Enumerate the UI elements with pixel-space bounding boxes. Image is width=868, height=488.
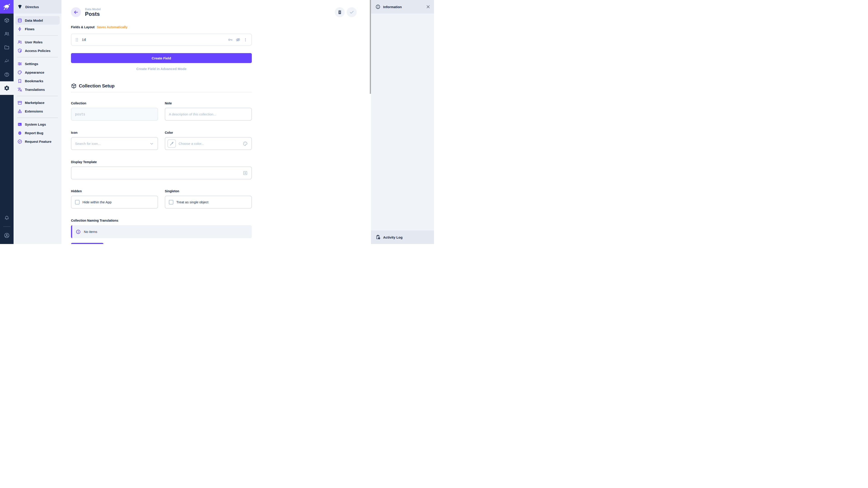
sidebar-item-appearance[interactable]: Appearance <box>16 68 60 76</box>
database-icon <box>17 18 22 23</box>
sidebar-item-report-bug[interactable]: Report Bug <box>16 129 60 137</box>
nav-divider <box>17 96 58 96</box>
delete-collection-button[interactable] <box>335 7 345 17</box>
sidebar-item-system-logs[interactable]: System Logs <box>16 120 60 129</box>
note-input[interactable] <box>169 112 248 116</box>
header-actions <box>335 7 357 17</box>
bolt-icon <box>17 27 22 31</box>
module-bar <box>0 0 13 244</box>
color-input[interactable] <box>179 142 240 145</box>
module-bar-spacer <box>0 95 13 211</box>
check-icon <box>349 9 354 15</box>
notifications-bell-icon[interactable] <box>0 211 13 225</box>
shapes-icon <box>17 109 22 113</box>
back-button[interactable] <box>71 7 81 17</box>
add-field-to-template-icon[interactable] <box>243 170 248 175</box>
kebab-menu-icon[interactable] <box>243 37 248 42</box>
box-icon <box>71 83 76 89</box>
shield-person-icon <box>17 48 22 53</box>
hidden-checkbox-label: Hide within the App <box>83 200 112 204</box>
collection-input[interactable] <box>75 112 154 116</box>
singleton-checkbox[interactable] <box>169 200 174 204</box>
right-sidebar: Information Activity Log <box>371 0 434 244</box>
sidebar-item-data-model[interactable]: Data Model <box>16 16 60 25</box>
collection-input-wrapper <box>71 108 158 121</box>
nav-divider <box>17 118 58 118</box>
vertical-scrollbar-thumb[interactable] <box>370 0 371 94</box>
icon-select[interactable] <box>71 137 158 150</box>
save-button[interactable] <box>347 7 357 17</box>
singleton-checkbox-wrapper: Treat as single object <box>165 196 252 208</box>
project-header[interactable]: Directus <box>13 0 61 13</box>
sidebar-item-label: Access Policies <box>25 49 51 53</box>
clipboard-clock-icon <box>375 235 380 240</box>
no-items-text: No items <box>84 230 97 234</box>
sidebar-item-translations[interactable]: Translations <box>16 85 60 94</box>
sidebar-item-user-roles[interactable]: User Roles <box>16 38 60 46</box>
no-items-notice: No items <box>71 225 252 238</box>
sidebar-item-label: User Roles <box>25 40 42 44</box>
hidden-checkbox-row[interactable]: Hide within the App <box>75 200 112 204</box>
sidebar-item-label: Appearance <box>25 70 44 74</box>
icon-search-input[interactable] <box>75 142 147 145</box>
display-template-text[interactable] <box>75 171 240 175</box>
chevron-down-icon[interactable] <box>149 141 154 146</box>
information-header[interactable]: Information <box>371 0 434 13</box>
fields-layout-heading-row: Fields & Layout Saves Automatically <box>71 25 252 29</box>
collection-setup-title: Collection Setup <box>79 84 115 89</box>
close-icon[interactable] <box>426 4 430 9</box>
module-documentation-icon[interactable] <box>0 68 13 81</box>
title-block: Data Model Posts <box>85 7 101 17</box>
sidebar-item-request-feature[interactable]: Request Feature <box>16 137 60 146</box>
main-content: Data Model Posts Fields <box>61 0 371 244</box>
create-new-button[interactable]: Create New <box>71 243 103 244</box>
sidebar-item-label: Report Bug <box>25 131 43 135</box>
sidebar-item-extensions[interactable]: Extensions <box>16 107 60 116</box>
field-row-icons <box>228 37 248 42</box>
information-title: Information <box>383 5 423 9</box>
section-divider <box>71 92 252 92</box>
directus-logo[interactable] <box>0 0 13 13</box>
sidebar-item-label: Flows <box>25 27 35 31</box>
sidebar-item-marketplace[interactable]: Marketplace <box>16 98 60 107</box>
palette-icon[interactable] <box>243 141 248 146</box>
autosave-note: Saves Automatically <box>97 25 127 29</box>
drag-handle-icon[interactable] <box>75 37 79 42</box>
advanced-mode-link[interactable]: Create Field in Advanced Mode <box>71 67 252 71</box>
info-circle-icon <box>375 4 380 9</box>
create-field-button[interactable]: Create Field <box>71 53 252 63</box>
sidebar-item-label: Bookmarks <box>25 79 43 83</box>
sidebar-item-flows[interactable]: Flows <box>16 25 60 33</box>
module-insights-icon[interactable] <box>0 54 13 68</box>
tune-icon <box>17 61 22 66</box>
sidebar-item-label: Extensions <box>25 109 43 113</box>
field-row-id[interactable]: id <box>71 34 252 46</box>
form-row-translations: Collection Naming Translations No items … <box>71 219 252 244</box>
activity-log-toggle[interactable]: Activity Log <box>371 230 434 244</box>
color-input-wrapper <box>165 137 252 150</box>
sidebar-item-bookmarks[interactable]: Bookmarks <box>16 76 60 85</box>
page-title: Posts <box>85 11 101 17</box>
nav-sidebar: Directus Data Model Flows <box>13 0 61 244</box>
rabbit-logo-icon <box>2 2 11 11</box>
sidebar-item-label: System Logs <box>25 123 46 126</box>
account-icon[interactable] <box>0 229 13 242</box>
module-content-icon[interactable] <box>0 13 13 27</box>
eyedropper-button[interactable] <box>167 139 176 148</box>
activity-log-label: Activity Log <box>383 235 403 239</box>
breadcrumb[interactable]: Data Model <box>85 7 101 11</box>
module-user-directory-icon[interactable] <box>0 27 13 41</box>
color-field-label: Color <box>165 131 252 134</box>
storefront-icon <box>17 100 22 105</box>
module-file-library-icon[interactable] <box>0 41 13 54</box>
hidden-checkbox[interactable] <box>75 200 80 204</box>
singleton-checkbox-row[interactable]: Treat as single object <box>169 200 209 204</box>
page-header: Data Model Posts <box>71 7 252 17</box>
eye-off-icon[interactable] <box>236 37 241 42</box>
sidebar-item-settings[interactable]: Settings <box>16 59 60 68</box>
sidebar-item-access-policies[interactable]: Access Policies <box>16 46 60 55</box>
field-name[interactable]: id <box>82 38 225 42</box>
module-settings-icon[interactable] <box>0 81 13 95</box>
display-template-input[interactable] <box>71 166 252 180</box>
hidden-field-label: Hidden <box>71 189 158 193</box>
